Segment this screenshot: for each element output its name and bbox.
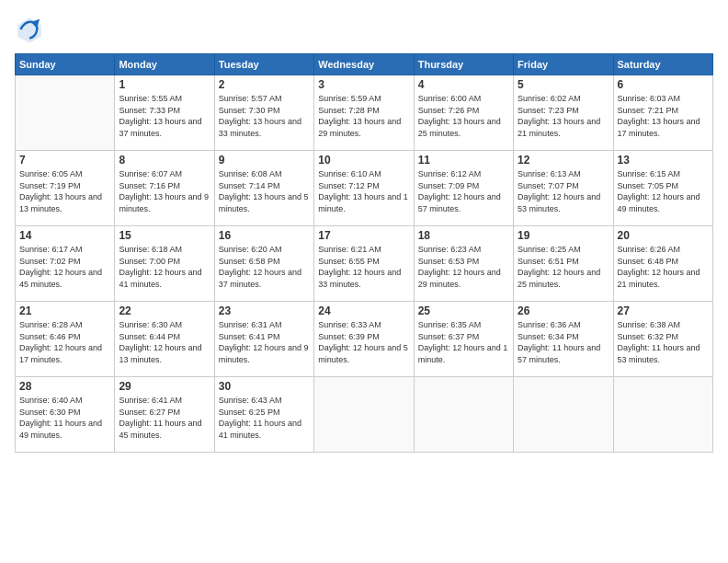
day-cell: 7Sunrise: 6:05 AMSunset: 7:19 PMDaylight… [16,151,115,226]
day-number: 14 [19,229,110,242]
day-number: 28 [19,380,110,393]
weekday-sunday: Sunday [16,54,115,75]
day-number: 4 [418,78,509,91]
day-number: 27 [618,304,709,317]
day-info: Sunrise: 6:25 AMSunset: 6:51 PMDaylight:… [518,244,609,290]
day-number: 8 [119,154,210,167]
day-info: Sunrise: 6:15 AMSunset: 7:05 PMDaylight:… [618,168,709,214]
day-cell: 17Sunrise: 6:21 AMSunset: 6:55 PMDayligh… [314,226,414,302]
week-row-1: 1Sunrise: 5:55 AMSunset: 7:33 PMDaylight… [16,75,713,151]
day-number: 20 [618,229,709,242]
day-cell: 25Sunrise: 6:35 AMSunset: 6:37 PMDayligh… [414,302,513,377]
day-number: 18 [418,229,509,242]
day-info: Sunrise: 6:13 AMSunset: 7:07 PMDaylight:… [518,168,609,214]
day-cell: 11Sunrise: 6:12 AMSunset: 7:09 PMDayligh… [414,151,513,226]
day-info: Sunrise: 6:28 AMSunset: 6:46 PMDaylight:… [19,319,110,365]
header [15,15,713,44]
day-cell: 1Sunrise: 5:55 AMSunset: 7:33 PMDaylight… [115,75,214,151]
day-info: Sunrise: 5:57 AMSunset: 7:30 PMDaylight:… [219,93,310,139]
day-info: Sunrise: 6:35 AMSunset: 6:37 PMDaylight:… [418,319,509,365]
week-row-3: 14Sunrise: 6:17 AMSunset: 7:02 PMDayligh… [16,226,713,302]
day-cell: 2Sunrise: 5:57 AMSunset: 7:30 PMDaylight… [214,75,313,151]
day-info: Sunrise: 5:59 AMSunset: 7:28 PMDaylight:… [318,93,409,139]
day-number: 5 [518,78,609,91]
day-info: Sunrise: 6:23 AMSunset: 6:53 PMDaylight:… [418,244,509,290]
weekday-tuesday: Tuesday [214,54,313,75]
day-cell: 4Sunrise: 6:00 AMSunset: 7:26 PMDaylight… [414,75,513,151]
day-info: Sunrise: 5:55 AMSunset: 7:33 PMDaylight:… [119,93,210,139]
day-info: Sunrise: 6:36 AMSunset: 6:34 PMDaylight:… [518,319,609,365]
day-cell: 6Sunrise: 6:03 AMSunset: 7:21 PMDaylight… [613,75,712,151]
day-cell [314,377,414,453]
day-info: Sunrise: 6:26 AMSunset: 6:48 PMDaylight:… [618,244,709,290]
day-cell: 26Sunrise: 6:36 AMSunset: 6:34 PMDayligh… [514,302,613,377]
day-number: 17 [318,229,409,242]
day-info: Sunrise: 6:05 AMSunset: 7:19 PMDaylight:… [19,168,110,214]
day-number: 2 [219,78,310,91]
day-info: Sunrise: 6:03 AMSunset: 7:21 PMDaylight:… [618,93,709,139]
day-number: 19 [518,229,609,242]
day-info: Sunrise: 6:40 AMSunset: 6:30 PMDaylight:… [19,395,110,441]
calendar: SundayMondayTuesdayWednesdayThursdayFrid… [15,53,713,453]
day-cell: 15Sunrise: 6:18 AMSunset: 7:00 PMDayligh… [115,226,214,302]
day-cell: 10Sunrise: 6:10 AMSunset: 7:12 PMDayligh… [314,151,414,226]
day-number: 26 [518,304,609,317]
day-cell: 3Sunrise: 5:59 AMSunset: 7:28 PMDaylight… [314,75,414,151]
day-info: Sunrise: 6:31 AMSunset: 6:41 PMDaylight:… [219,319,310,365]
day-cell: 21Sunrise: 6:28 AMSunset: 6:46 PMDayligh… [16,302,115,377]
day-cell: 20Sunrise: 6:26 AMSunset: 6:48 PMDayligh… [613,226,712,302]
day-info: Sunrise: 6:12 AMSunset: 7:09 PMDaylight:… [418,168,509,214]
day-number: 6 [618,78,709,91]
weekday-thursday: Thursday [414,54,513,75]
week-row-5: 28Sunrise: 6:40 AMSunset: 6:30 PMDayligh… [16,377,713,453]
weekday-header-row: SundayMondayTuesdayWednesdayThursdayFrid… [16,54,713,75]
day-number: 10 [318,154,409,167]
weekday-saturday: Saturday [613,54,712,75]
day-info: Sunrise: 6:33 AMSunset: 6:39 PMDaylight:… [318,319,409,365]
day-number: 21 [19,304,110,317]
day-cell: 23Sunrise: 6:31 AMSunset: 6:41 PMDayligh… [214,302,313,377]
day-number: 13 [618,154,709,167]
day-info: Sunrise: 6:43 AMSunset: 6:25 PMDaylight:… [219,395,310,441]
day-cell: 30Sunrise: 6:43 AMSunset: 6:25 PMDayligh… [214,377,313,453]
day-number: 1 [119,78,210,91]
day-number: 22 [119,304,210,317]
day-cell: 8Sunrise: 6:07 AMSunset: 7:16 PMDaylight… [115,151,214,226]
day-number: 9 [219,154,310,167]
day-cell: 22Sunrise: 6:30 AMSunset: 6:44 PMDayligh… [115,302,214,377]
day-cell: 16Sunrise: 6:20 AMSunset: 6:58 PMDayligh… [214,226,313,302]
day-cell: 18Sunrise: 6:23 AMSunset: 6:53 PMDayligh… [414,226,513,302]
day-info: Sunrise: 6:38 AMSunset: 6:32 PMDaylight:… [618,319,709,365]
day-cell: 29Sunrise: 6:41 AMSunset: 6:27 PMDayligh… [115,377,214,453]
day-number: 12 [518,154,609,167]
day-number: 16 [219,229,310,242]
day-number: 3 [318,78,409,91]
week-row-2: 7Sunrise: 6:05 AMSunset: 7:19 PMDaylight… [16,151,713,226]
day-info: Sunrise: 6:20 AMSunset: 6:58 PMDaylight:… [219,244,310,290]
day-info: Sunrise: 6:10 AMSunset: 7:12 PMDaylight:… [318,168,409,214]
day-info: Sunrise: 6:30 AMSunset: 6:44 PMDaylight:… [119,319,210,365]
day-info: Sunrise: 6:07 AMSunset: 7:16 PMDaylight:… [119,168,210,214]
day-cell: 19Sunrise: 6:25 AMSunset: 6:51 PMDayligh… [514,226,613,302]
day-number: 11 [418,154,509,167]
day-cell: 24Sunrise: 6:33 AMSunset: 6:39 PMDayligh… [314,302,414,377]
day-number: 30 [219,380,310,393]
day-number: 7 [19,154,110,167]
day-info: Sunrise: 6:41 AMSunset: 6:27 PMDaylight:… [119,395,210,441]
day-info: Sunrise: 6:17 AMSunset: 7:02 PMDaylight:… [19,244,110,290]
day-cell: 28Sunrise: 6:40 AMSunset: 6:30 PMDayligh… [16,377,115,453]
day-info: Sunrise: 6:00 AMSunset: 7:26 PMDaylight:… [418,93,509,139]
day-cell: 9Sunrise: 6:08 AMSunset: 7:14 PMDaylight… [214,151,313,226]
week-row-4: 21Sunrise: 6:28 AMSunset: 6:46 PMDayligh… [16,302,713,377]
logo [15,15,48,44]
day-cell [16,75,115,151]
day-cell: 14Sunrise: 6:17 AMSunset: 7:02 PMDayligh… [16,226,115,302]
day-number: 25 [418,304,509,317]
day-number: 29 [119,380,210,393]
day-number: 23 [219,304,310,317]
day-cell [613,377,712,453]
day-cell: 27Sunrise: 6:38 AMSunset: 6:32 PMDayligh… [613,302,712,377]
day-cell: 13Sunrise: 6:15 AMSunset: 7:05 PMDayligh… [613,151,712,226]
day-cell [414,377,513,453]
day-number: 15 [119,229,210,242]
